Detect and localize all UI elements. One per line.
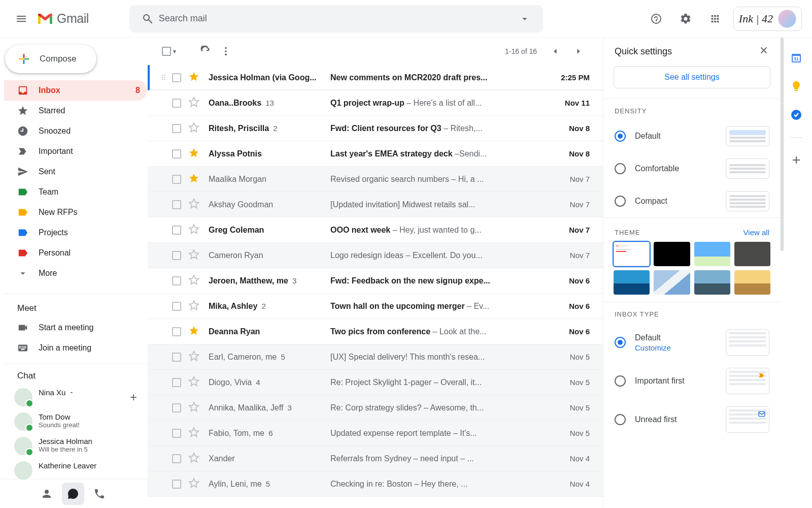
chat-contact[interactable]: Katherine Leaver: [4, 458, 147, 483]
density-option-compact[interactable]: Compact: [603, 185, 781, 217]
theme-thumbnail[interactable]: [694, 270, 730, 295]
star-icon[interactable]: [188, 376, 199, 389]
email-row[interactable]: ⠿ Alyssa Potnis Last year's EMEA strateg…: [148, 141, 603, 167]
more-icon[interactable]: [216, 41, 236, 61]
contacts-icon[interactable]: [36, 483, 58, 505]
density-option-comfortable[interactable]: Comfortable: [603, 152, 781, 185]
inbox-type-option[interactable]: Important first: [603, 362, 781, 400]
tasks-icon[interactable]: [790, 109, 802, 121]
star-icon[interactable]: [188, 300, 199, 313]
calendar-icon[interactable]: 31: [790, 52, 802, 64]
radio-icon[interactable]: [615, 196, 626, 207]
email-row[interactable]: ⠿ Maalika Morgan Revised organic search …: [148, 167, 603, 192]
star-icon[interactable]: [188, 224, 199, 237]
star-icon[interactable]: [188, 478, 199, 491]
row-checkbox[interactable]: [172, 302, 181, 311]
meet-join-a-meeting[interactable]: Join a meeting: [4, 338, 147, 358]
row-checkbox[interactable]: [172, 403, 181, 412]
radio-icon[interactable]: [615, 337, 626, 348]
radio-icon[interactable]: [615, 375, 626, 387]
chat-contact[interactable]: Jessica HolmanWill be there in 5: [4, 434, 147, 458]
email-row[interactable]: ⠿ Jeroen, Matthew, me 3 Fwd: Feedback on…: [148, 268, 603, 294]
drag-handle-icon[interactable]: ⠿: [161, 74, 169, 82]
meet-start-a-meeting[interactable]: Start a meeting: [4, 318, 147, 338]
row-checkbox[interactable]: [172, 200, 181, 209]
sidebar-item-more[interactable]: More: [4, 263, 147, 283]
account-chip[interactable]: Ink | 42: [733, 7, 802, 31]
sidebar-item-inbox[interactable]: Inbox8: [4, 80, 147, 101]
gmail-logo[interactable]: Gmail: [37, 11, 89, 26]
customize-link[interactable]: Customize: [635, 343, 671, 352]
star-icon[interactable]: [188, 274, 199, 288]
sidebar-item-important[interactable]: Important: [4, 141, 147, 162]
select-all-checkbox[interactable]: [162, 47, 171, 56]
star-icon[interactable]: [188, 401, 199, 415]
search-options-icon[interactable]: [514, 8, 536, 30]
close-icon[interactable]: [758, 45, 769, 58]
hangouts-icon[interactable]: [62, 483, 84, 505]
phone-icon[interactable]: [88, 483, 111, 505]
email-row[interactable]: ⠿ Deanna Ryan Two pics from conference –…: [148, 319, 603, 344]
star-icon[interactable]: [188, 325, 199, 338]
email-row[interactable]: ⠿ Oana..Brooks 13 Q1 project wrap-up – H…: [148, 90, 603, 116]
theme-thumbnail[interactable]: M: [614, 242, 650, 266]
row-checkbox[interactable]: [172, 73, 181, 82]
inbox-type-option[interactable]: Unread first: [603, 400, 781, 439]
theme-thumbnail[interactable]: [734, 242, 770, 266]
star-icon[interactable]: [188, 452, 199, 465]
row-checkbox[interactable]: [172, 327, 181, 336]
theme-thumbnail[interactable]: [654, 270, 690, 295]
row-checkbox[interactable]: [172, 149, 181, 158]
star-icon[interactable]: [188, 427, 199, 440]
search-input[interactable]: [159, 13, 514, 24]
row-checkbox[interactable]: [172, 429, 181, 438]
radio-icon[interactable]: [615, 163, 626, 174]
see-all-settings-button[interactable]: See all settings: [614, 66, 770, 88]
star-icon[interactable]: [188, 198, 199, 211]
add-addon-icon[interactable]: [790, 154, 802, 166]
email-row[interactable]: ⠿ Aylin, Leni, me 5 Checking in re: Bost…: [148, 471, 603, 497]
sidebar-item-team[interactable]: Team: [4, 182, 147, 202]
row-checkbox[interactable]: [172, 276, 181, 285]
star-icon[interactable]: [188, 351, 199, 364]
theme-thumbnail[interactable]: [654, 242, 690, 266]
prev-page-icon[interactable]: [545, 41, 565, 61]
row-checkbox[interactable]: [172, 175, 181, 184]
refresh-icon[interactable]: [195, 41, 216, 61]
star-icon[interactable]: [188, 173, 199, 186]
email-row[interactable]: ⠿ Ritesh, Priscilla 2 Fwd: Client resour…: [148, 116, 603, 141]
new-chat-icon[interactable]: +: [130, 390, 137, 404]
theme-thumbnail[interactable]: [734, 270, 770, 295]
sidebar-item-sent[interactable]: Sent: [4, 162, 147, 182]
chat-contact[interactable]: Tom DowSounds great!: [4, 409, 147, 434]
row-checkbox[interactable]: [172, 99, 181, 108]
star-icon[interactable]: [188, 97, 199, 110]
email-row[interactable]: ⠿ Greg Coleman OOO next week – Hey, just…: [148, 217, 603, 243]
row-checkbox[interactable]: [172, 226, 181, 235]
sidebar-item-projects[interactable]: Projects: [4, 223, 147, 243]
email-row[interactable]: ⠿ Akshay Goodman [Updated invitation] Mi…: [148, 192, 603, 217]
sidebar-item-new-rfps[interactable]: New RFPs: [4, 202, 147, 223]
select-dropdown-icon[interactable]: ▼: [172, 49, 177, 54]
inbox-type-option[interactable]: DefaultCustomize: [603, 323, 781, 362]
settings-gear-icon[interactable]: [674, 8, 697, 30]
keep-icon[interactable]: [790, 80, 802, 92]
search-icon[interactable]: [137, 8, 159, 30]
next-page-icon[interactable]: [568, 41, 589, 61]
theme-thumbnail[interactable]: [614, 270, 650, 295]
sidebar-item-personal[interactable]: Personal: [4, 243, 147, 263]
theme-view-all[interactable]: View all: [743, 228, 769, 237]
theme-thumbnail[interactable]: [694, 242, 730, 266]
apps-grid-icon[interactable]: [704, 8, 726, 30]
sidebar-item-starred[interactable]: Starred: [4, 101, 147, 121]
email-row[interactable]: ⠿ Cameron Ryan Logo redesign ideas – Exc…: [148, 243, 603, 268]
email-row[interactable]: ⠿ Mika, Ashley 2 Town hall on the upcomi…: [148, 294, 603, 319]
email-row[interactable]: ⠿ Jessica Holman (via Goog... New commen…: [148, 65, 603, 90]
user-avatar[interactable]: [778, 10, 796, 28]
row-checkbox[interactable]: [172, 353, 181, 362]
star-icon[interactable]: [188, 122, 199, 135]
row-checkbox[interactable]: [172, 378, 181, 387]
density-option-default[interactable]: Default: [603, 120, 781, 152]
compose-button[interactable]: Compose: [5, 45, 96, 73]
sidebar-item-snoozed[interactable]: Snoozed: [4, 121, 147, 141]
